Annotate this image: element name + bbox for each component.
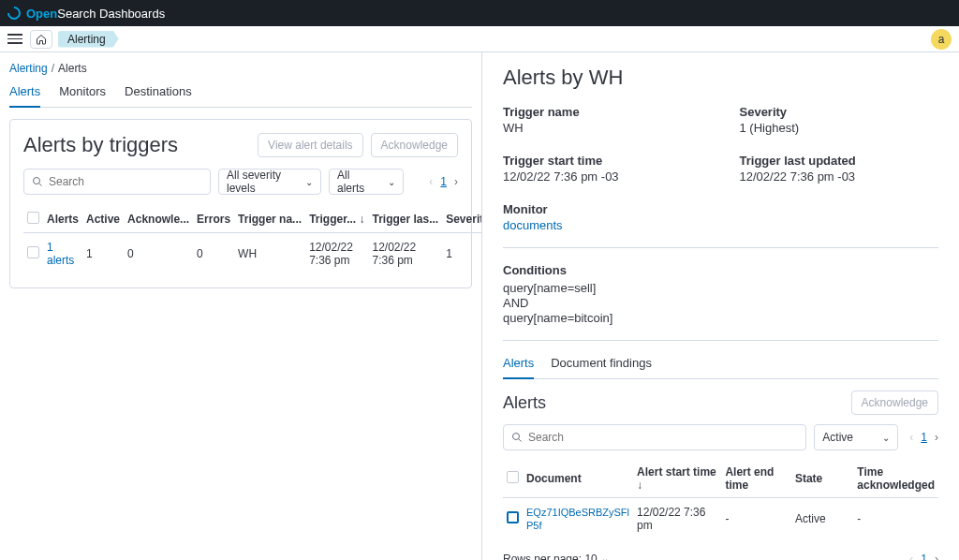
chevron-down-icon: ⌄ <box>305 177 313 187</box>
pager-prev-icon[interactable]: ‹ <box>909 431 913 444</box>
pager-page[interactable]: 1 <box>440 175 447 188</box>
alerts-filter-dropdown[interactable]: All alerts ⌄ <box>329 169 404 195</box>
table-row[interactable]: EQz71IQBeSRBZySFl P5f 12/02/22 7:36 pm -… <box>503 498 938 540</box>
app-sub-bar: Alerting a <box>0 26 959 52</box>
tab-monitors[interactable]: Monitors <box>59 84 106 107</box>
cell-alert-start: 12/02/22 7:36 pm <box>633 498 721 540</box>
cell-time-ack: - <box>853 498 938 540</box>
pager-next-icon[interactable]: › <box>454 175 458 188</box>
detail-title: Alerts by WH <box>503 66 938 90</box>
acknowledge-button[interactable]: Acknowledge <box>371 133 458 157</box>
detail-sub-tabs: Alerts Document findings <box>503 356 938 379</box>
col-document[interactable]: Document <box>523 460 633 498</box>
severity-dropdown-label: All severity levels <box>227 169 296 195</box>
col-trigger-last[interactable]: Trigger las... <box>368 206 442 233</box>
cell-severity: 1 <box>442 233 481 275</box>
col-ack[interactable]: Acknowle... <box>124 206 193 233</box>
alerts-table: Document Alert start time ↓ Alert end ti… <box>503 460 938 540</box>
kv-trigger-start-label: Trigger start time <box>503 154 702 168</box>
col-trigger-start[interactable]: Trigger... ↓ <box>305 206 368 233</box>
opensearch-logo-icon <box>5 4 23 22</box>
table-row[interactable]: 1 alerts 1 0 0 WH 12/02/22 7:36 pm 12/02… <box>23 233 481 275</box>
row-checkbox[interactable] <box>27 246 39 258</box>
select-all-checkbox[interactable] <box>507 471 519 483</box>
kv-trigger-name-label: Trigger name <box>503 105 702 119</box>
pager-next-icon[interactable]: › <box>935 553 938 560</box>
alerts-acknowledge-button[interactable]: Acknowledge <box>851 391 938 415</box>
chevron-down-icon: ⌄ <box>882 433 890 443</box>
alerts-search-input[interactable] <box>528 431 798 444</box>
breadcrumb-root[interactable]: Alerting <box>9 62 48 75</box>
alerts-search[interactable] <box>503 424 806 450</box>
sort-down-icon: ↓ <box>637 479 642 492</box>
pager-page[interactable]: 1 <box>921 431 927 444</box>
svg-line-3 <box>519 439 522 442</box>
kv-monitor-label: Monitor <box>503 202 702 216</box>
divider <box>503 340 938 341</box>
context-tag[interactable]: Alerting <box>58 31 119 48</box>
alerts-pager: ‹ 1 › <box>909 431 938 444</box>
triggers-search-input[interactable] <box>49 175 202 188</box>
col-alerts[interactable]: Alerts <box>43 206 82 233</box>
cell-trigger-last: 12/02/22 7:36 pm <box>368 233 442 275</box>
right-pane: Alerts by WH Trigger name WH Severity 1 … <box>481 52 959 560</box>
col-trigger-name[interactable]: Trigger na... <box>234 206 305 233</box>
alerts-section-title: Alerts <box>503 393 546 413</box>
cell-active: 1 <box>82 233 124 275</box>
col-time-ack[interactable]: Time acknowledged <box>853 460 938 498</box>
breadcrumb-current: Alerts <box>58 62 87 75</box>
alerts-by-triggers-panel: Alerts by triggers View alert details Ac… <box>9 119 472 288</box>
col-alert-end[interactable]: Alert end time <box>721 460 790 498</box>
select-all-checkbox[interactable] <box>27 212 39 224</box>
pager-prev-icon[interactable]: ‹ <box>429 175 433 188</box>
tab-destinations[interactable]: Destinations <box>125 84 192 107</box>
left-pane: Alerting / Alerts Alerts Monitors Destin… <box>0 52 481 560</box>
pager-prev-icon[interactable]: ‹ <box>909 553 913 560</box>
alerts-filter-label: All alerts <box>337 169 378 195</box>
document-link[interactable]: EQz71IQBeSRBZySFl P5f <box>526 506 629 533</box>
severity-dropdown[interactable]: All severity levels ⌄ <box>218 169 321 195</box>
state-dropdown[interactable]: Active ⌄ <box>814 424 898 450</box>
col-active[interactable]: Active <box>82 206 124 233</box>
search-icon <box>32 176 43 187</box>
state-dropdown-label: Active <box>822 431 853 444</box>
kv-trigger-start-value: 12/02/22 7:36 pm -03 <box>503 169 702 184</box>
kv-severity-label: Severity <box>740 105 939 119</box>
col-severity[interactable]: Severity <box>442 206 481 233</box>
triggers-search[interactable] <box>23 169 211 195</box>
brand-open: Open <box>26 7 57 21</box>
cell-state: Active <box>791 498 853 540</box>
cell-trigger-start: 12/02/22 7:36 pm <box>305 233 368 275</box>
condition-line: AND <box>503 296 938 310</box>
kv-trigger-last-label: Trigger last updated <box>740 154 939 168</box>
chevron-down-icon: ⌄ <box>601 553 609 560</box>
breadcrumb: Alerting / Alerts <box>9 62 472 75</box>
view-alert-details-button[interactable]: View alert details <box>258 133 363 157</box>
row-checkbox[interactable] <box>507 511 519 523</box>
pager-page[interactable]: 1 <box>921 553 927 560</box>
condition-line: query[name=sell] <box>503 281 938 295</box>
tab-alerts[interactable]: Alerts <box>9 84 40 108</box>
pager-next-icon[interactable]: › <box>935 431 938 444</box>
brand: OpenSearch Dashboards <box>7 7 165 21</box>
triggers-table: Alerts Active Acknowle... Errors Trigger… <box>23 206 481 274</box>
rows-per-page[interactable]: Rows per page: 10 ⌄ <box>503 553 609 560</box>
kv-trigger-last-value: 12/02/22 7:36 pm -03 <box>740 169 939 184</box>
alerts-count-link[interactable]: 1 alerts <box>47 241 74 267</box>
home-icon <box>36 34 47 45</box>
kv-severity-value: 1 (Highest) <box>740 121 939 135</box>
chevron-down-icon: ⌄ <box>388 177 395 187</box>
brand-rest: Search Dashboards <box>57 7 165 21</box>
hamburger-menu-icon[interactable] <box>6 30 24 49</box>
avatar[interactable]: a <box>931 29 952 50</box>
breadcrumb-sep: / <box>52 62 54 75</box>
subtab-document-findings[interactable]: Document findings <box>551 356 652 378</box>
kv-monitor-link[interactable]: documents <box>503 218 563 232</box>
col-state[interactable]: State <box>791 460 853 498</box>
sort-down-icon: ↓ <box>359 213 364 226</box>
col-alert-start[interactable]: Alert start time ↓ <box>633 460 721 498</box>
home-button[interactable] <box>30 30 52 49</box>
col-errors[interactable]: Errors <box>193 206 234 233</box>
triggers-pager: ‹ 1 › <box>429 175 458 188</box>
subtab-alerts[interactable]: Alerts <box>503 356 534 379</box>
